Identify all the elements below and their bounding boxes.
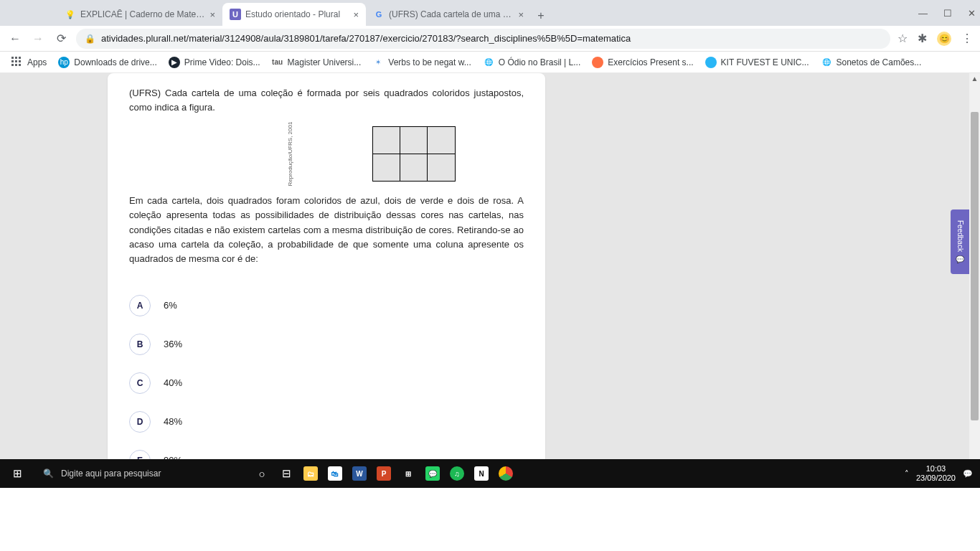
bookmark-label: Magister Universi... — [288, 57, 362, 67]
bookmark-label: O Ódio no Brasil | L... — [499, 57, 581, 67]
answers-list: A6% B36% C40% D48% E90% — [129, 295, 524, 471]
search-placeholder: Digite aqui para pesquisar — [61, 468, 161, 479]
spotify-icon[interactable]: ♫ — [445, 459, 469, 488]
taskbar-apps: ○ ⊟ 🗂 🛍 W P ⊞ 💬 ♫ N — [250, 459, 518, 488]
file-explorer-icon[interactable]: 🗂 — [298, 459, 323, 488]
notifications-icon[interactable]: 💬 — [963, 469, 973, 479]
address-bar: ← → ⟳ 🔒 atividades.plurall.net/material/… — [0, 26, 980, 52]
bookmark-favicon: ✶ — [372, 57, 384, 68]
bookmark-favicon: 🌐 — [483, 57, 494, 68]
bookmark-favicon: hp — [58, 57, 70, 68]
clock-date: 23/09/2020 — [916, 474, 956, 483]
answer-text: 36% — [164, 339, 182, 349]
bookmark-label: Exercícios Present s... — [608, 57, 693, 67]
forward-button[interactable]: → — [30, 31, 46, 47]
tab-favicon: U — [230, 9, 241, 20]
bookmark-label: Apps — [27, 57, 47, 67]
figure-credit: Reprodução/UFRS, 2001 — [287, 121, 293, 186]
question-intro: (UFRS) Cada cartela de uma coleção é for… — [129, 86, 524, 115]
bookmark-star-icon[interactable]: ☆ — [897, 32, 908, 45]
chat-icon: 💬 — [956, 255, 964, 263]
question-body: Em cada cartela, dois quadrados foram co… — [129, 194, 524, 266]
system-tray: ˄ 10:03 23/09/2020 💬 — [905, 464, 980, 483]
bookmark-item[interactable]: hpDownloads de drive... — [54, 55, 161, 70]
close-window-button[interactable]: ✕ — [968, 8, 976, 19]
bookmark-favicon: 🌐 — [821, 57, 832, 68]
cortana-icon[interactable]: ○ — [250, 459, 274, 488]
bookmark-favicon: ▶ — [169, 57, 180, 68]
browser-tab-strip: 💡 EXPLICAÊ | Caderno de Matemáti × U Est… — [0, 0, 980, 26]
search-icon: 🔍 — [43, 468, 54, 479]
answer-option[interactable]: A6% — [129, 295, 524, 316]
feedback-button[interactable]: Feedback 💬 — [951, 209, 969, 274]
answer-text: 48% — [164, 416, 182, 427]
task-view-icon[interactable]: ⊟ — [274, 459, 298, 488]
bookmark-item[interactable]: ▶Prime Video: Dois... — [164, 55, 265, 70]
store-icon[interactable]: 🛍 — [323, 459, 347, 488]
start-button[interactable]: ⊞ — [0, 459, 34, 488]
bookmark-label: Downloads de drive... — [74, 57, 156, 67]
answer-option[interactable]: D48% — [129, 411, 524, 433]
bookmarks-bar: Apps hpDownloads de drive... ▶Prime Vide… — [0, 52, 980, 73]
bookmark-item[interactable]: KIT FUVEST E UNIC... — [701, 55, 814, 70]
answer-letter: C — [129, 372, 151, 394]
taskbar-search[interactable]: 🔍 Digite aqui para pesquisar — [34, 459, 235, 488]
bookmark-label: Prime Video: Dois... — [184, 57, 260, 67]
question-card: (UFRS) Cada cartela de uma coleção é for… — [108, 73, 545, 488]
bookmark-favicon — [592, 57, 603, 68]
tray-expand-icon[interactable]: ˄ — [905, 469, 909, 479]
maximize-button[interactable]: ☐ — [943, 8, 952, 19]
bookmark-label: Verbs to be negat w... — [388, 57, 471, 67]
close-icon[interactable]: × — [353, 9, 359, 20]
feedback-label: Feedback — [956, 220, 964, 252]
reload-button[interactable]: ⟳ — [53, 31, 69, 47]
powerpoint-icon[interactable]: P — [372, 459, 396, 488]
clock-time: 10:03 — [916, 464, 956, 474]
answer-letter: A — [129, 295, 151, 316]
grid-figure — [373, 126, 455, 181]
answer-option[interactable]: B36% — [129, 334, 524, 355]
question-figure: Reprodução/UFRS, 2001 — [129, 126, 524, 181]
scroll-up-icon[interactable]: ▲ — [969, 73, 980, 84]
bookmark-label: KIT FUVEST E UNIC... — [721, 57, 809, 67]
notion-icon[interactable]: N — [469, 459, 494, 488]
new-tab-button[interactable]: + — [531, 6, 551, 26]
answer-option[interactable]: C40% — [129, 372, 524, 394]
extensions-icon[interactable]: ✱ — [918, 32, 927, 45]
close-icon[interactable]: × — [209, 9, 215, 20]
answer-letter: D — [129, 411, 151, 433]
back-button[interactable]: ← — [7, 31, 23, 47]
answer-letter: B — [129, 334, 151, 355]
tab-favicon: G — [373, 9, 385, 20]
bookmark-item[interactable]: tauMagister Universi... — [268, 55, 366, 70]
blank-area — [0, 488, 980, 551]
bookmark-item[interactable]: 🌐O Ódio no Brasil | L... — [479, 55, 585, 70]
menu-icon[interactable]: ⋮ — [961, 32, 973, 45]
minimize-button[interactable]: — — [918, 8, 928, 19]
browser-tab[interactable]: G (UFRS) Cada cartela de uma cole × — [366, 3, 531, 26]
app-icon[interactable]: ⊞ — [396, 459, 420, 488]
taskbar-clock[interactable]: 10:03 23/09/2020 — [916, 464, 956, 483]
word-icon[interactable]: W — [347, 459, 372, 488]
bookmark-favicon — [705, 57, 717, 68]
bookmark-item[interactable]: 🌐Sonetos de Camões... — [816, 55, 926, 70]
tab-favicon: 💡 — [65, 9, 76, 20]
scrollbar-thumb[interactable] — [971, 112, 979, 420]
bookmark-item[interactable]: ✶Verbs to be negat w... — [368, 55, 475, 70]
window-controls: — ☐ ✕ — [918, 0, 976, 26]
close-icon[interactable]: × — [518, 9, 524, 20]
browser-tab[interactable]: U Estudo orientado - Plural × — [222, 3, 366, 26]
url-input[interactable]: 🔒 atividades.plurall.net/material/312490… — [76, 29, 890, 49]
answer-text: 40% — [164, 377, 182, 388]
profile-avatar[interactable]: 😊 — [937, 32, 951, 46]
url-text: atividades.plurall.net/material/3124908/… — [101, 33, 631, 44]
apps-icon — [11, 57, 23, 68]
apps-shortcut[interactable]: Apps — [7, 55, 51, 70]
tab-title: EXPLICAÊ | Caderno de Matemáti — [80, 9, 205, 19]
app-icon[interactable]: 💬 — [420, 459, 445, 488]
tab-title: (UFRS) Cada cartela de uma cole — [389, 9, 514, 19]
chrome-icon[interactable] — [494, 459, 518, 488]
scrollbar-track[interactable]: ▲ ▼ — [969, 73, 980, 488]
bookmark-item[interactable]: Exercícios Present s... — [588, 55, 697, 70]
browser-tab[interactable]: 💡 EXPLICAÊ | Caderno de Matemáti × — [57, 3, 222, 26]
